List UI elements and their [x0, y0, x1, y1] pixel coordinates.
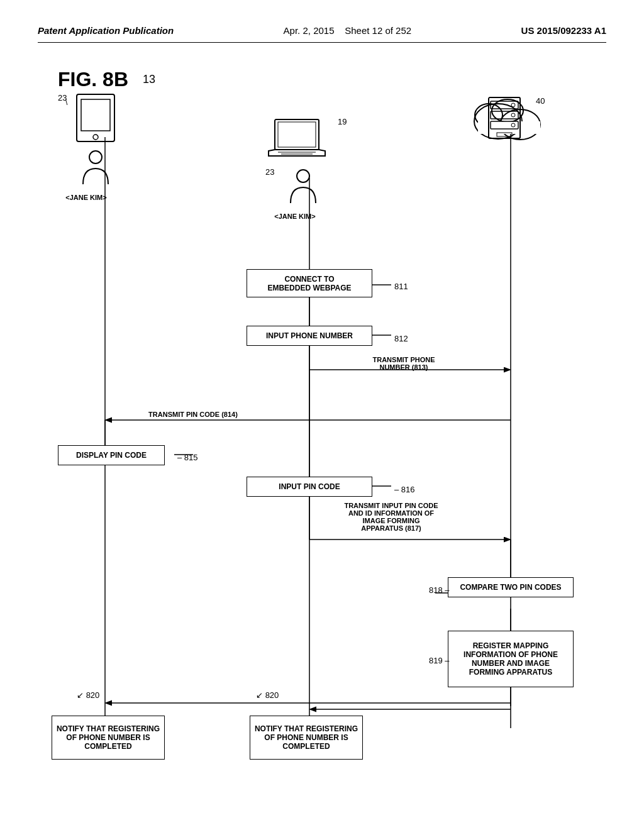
header-right: US 2015/092233 A1 [521, 25, 606, 36]
left-actor-label: <JANE KIM> [58, 194, 114, 201]
fig-label: FIG. 8B [58, 68, 128, 91]
svg-rect-26 [275, 119, 319, 150]
label-813: TRANSMIT PHONE NUMBER (813) [353, 356, 454, 371]
box-812: INPUT PHONE NUMBER [247, 326, 372, 346]
box-820a: NOTIFY THAT REGISTERING OF PHONE NUMBER … [52, 716, 165, 760]
num-815: – 815 [177, 453, 198, 462]
box-819: REGISTER MAPPING INFORMATION OF PHONE NU… [448, 631, 574, 687]
num-812: 812 [394, 334, 408, 343]
box-820b: NOTIFY THAT REGISTERING OF PHONE NUMBER … [250, 716, 363, 760]
header-center: Apr. 2, 2015 Sheet 12 of 252 [284, 25, 412, 36]
svg-rect-43 [497, 133, 512, 136]
svg-point-41 [511, 113, 515, 117]
box-816: INPUT PIN CODE [247, 477, 372, 497]
left-person-icon [80, 150, 111, 190]
num-816: – 816 [394, 485, 415, 494]
num-820a: ↙ 820 [77, 690, 99, 700]
header: Patent Application Publication Apr. 2, 2… [38, 25, 606, 43]
mfp-device [74, 93, 118, 152]
num-820b: ↙ 820 [256, 690, 279, 700]
header-left: Patent Application Publication [38, 25, 174, 36]
label-814: TRANSMIT PIN CODE (814) [130, 411, 256, 418]
svg-point-40 [511, 103, 515, 107]
box-811: CONNECT TO EMBEDDED WEBPAGE [247, 269, 372, 297]
page: Patent Application Publication Apr. 2, 2… [0, 0, 644, 830]
svg-point-25 [89, 151, 102, 163]
fig-sub-num: 13 [143, 73, 155, 86]
laptop-device [265, 118, 328, 168]
server-icon [486, 96, 523, 146]
num-40: 40 [536, 96, 545, 106]
middle-person-icon [287, 169, 319, 209]
box-815: DISPLAY PIN CODE [58, 445, 165, 465]
box-818: COMPARE TWO PIN CODES [448, 577, 574, 597]
svg-rect-36 [489, 97, 520, 138]
svg-point-42 [511, 123, 515, 127]
num-811: 811 [394, 282, 408, 291]
svg-rect-38 [491, 111, 518, 119]
num-19: 19 [338, 117, 347, 126]
svg-rect-27 [278, 122, 316, 147]
num-819: 819 – [429, 656, 450, 665]
middle-actor-label: <JANE KIM> [267, 213, 323, 220]
svg-rect-23 [81, 99, 110, 131]
label-817: TRANSMIT INPUT PIN CODE AND ID INFORMATI… [328, 502, 454, 532]
svg-rect-37 [491, 101, 518, 109]
svg-point-30 [297, 170, 309, 182]
middle-col-num: 23 [265, 167, 274, 177]
diagram-area: FIG. 8B 13 [39, 62, 605, 753]
svg-rect-39 [491, 121, 518, 129]
svg-point-24 [93, 135, 98, 140]
num-818: 818 – [429, 585, 450, 595]
